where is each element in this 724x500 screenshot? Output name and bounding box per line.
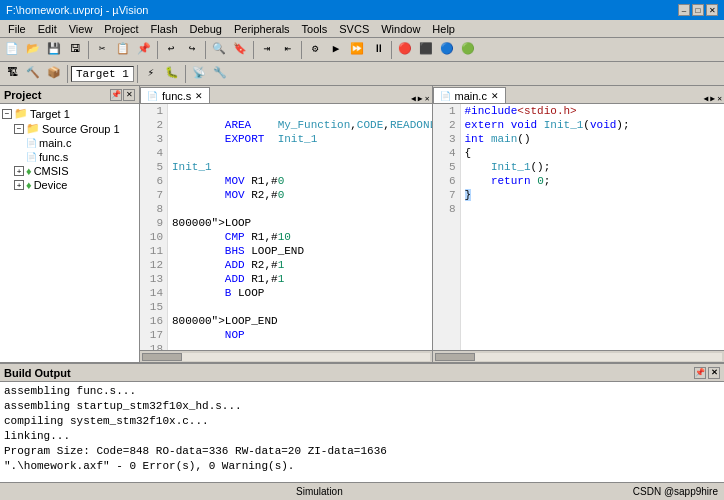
proj-btn3[interactable]: 📦 [44,65,64,83]
funcs-tab-label: func.s [162,90,191,102]
funcs-line-num-11: 11 [144,244,163,258]
close-button[interactable]: ✕ [706,4,718,16]
sep-2 [157,41,158,59]
proj-btn1[interactable]: 🏗 [2,65,22,83]
build-close-button[interactable]: ✕ [708,367,720,379]
search-button[interactable]: 🔍 [209,41,229,59]
panel-pin-button[interactable]: 📌 [110,89,122,101]
funcs-scroll-left[interactable]: ◀ [411,94,416,103]
sep-t2-3 [185,65,186,83]
debug-btn2[interactable]: ⬛ [416,41,436,59]
mainc-line-num-3: 3 [437,132,456,146]
maximize-button[interactable]: □ [692,4,704,16]
menu-item-help[interactable]: Help [426,22,461,36]
menu-item-tools[interactable]: Tools [296,22,334,36]
mainc-line-8 [465,202,721,216]
mainc-tab-close[interactable]: ✕ [491,91,499,101]
debug-btn3[interactable]: 🔵 [437,41,457,59]
tree-func-s[interactable]: 📄 func.s [26,150,137,164]
mainc-scroll-thumb[interactable] [435,353,475,361]
mainc-code-content[interactable]: #include<stdio.h>extern void Init_1(void… [461,104,725,350]
funcs-line-numbers: 1234567891011121314151617181920 [140,104,168,350]
menu-bar: FileEditViewProjectFlashDebugPeripherals… [0,20,724,38]
build-btn3[interactable]: ⏩ [347,41,367,59]
funcs-scroll-thumb[interactable] [142,353,182,361]
outdent-button[interactable]: ⇤ [278,41,298,59]
funcs-line-17: NOP [172,328,432,342]
menu-item-peripherals[interactable]: Peripherals [228,22,296,36]
funcs-scrollbar-h[interactable] [140,350,432,362]
cut-button[interactable]: ✂ [92,41,112,59]
expand-target-icon[interactable]: − [2,109,12,119]
menu-item-debug[interactable]: Debug [184,22,228,36]
build-btn4[interactable]: ⏸ [368,41,388,59]
build-btn1[interactable]: ⚙ [305,41,325,59]
indent-button[interactable]: ⇥ [257,41,277,59]
redo-button[interactable]: ↪ [182,41,202,59]
paste-button[interactable]: 📌 [134,41,154,59]
periph-btn[interactable]: 📡 [189,65,209,83]
new-file-button[interactable]: 📄 [2,41,22,59]
project-panel-title: Project [4,89,41,101]
expand-device-icon[interactable]: + [14,180,24,190]
mainc-line-6: return 0; [465,174,721,188]
funcs-tab-close[interactable]: ✕ [195,91,203,101]
funcs-line-14: B LOOP [172,286,432,300]
mainc-tab[interactable]: 📄 main.c ✕ [433,87,506,103]
menu-item-project[interactable]: Project [98,22,144,36]
mainc-scroll-left[interactable]: ◀ [704,94,709,103]
editor-area: 📄 func.s ✕ ◀ ▶ ✕ 12345678910111213141516… [140,86,724,362]
funcs-line-7: MOV R2,#0 [172,188,432,202]
funcs-scroll-track[interactable] [142,353,430,361]
funcs-code-editor[interactable]: 1234567891011121314151617181920 AREA My_… [140,104,432,350]
build-btn2[interactable]: ▶ [326,41,346,59]
tree-cmsis[interactable]: + ♦ CMSIS [14,164,137,178]
menu-item-flash[interactable]: Flash [145,22,184,36]
tree-source-group[interactable]: − 📁 Source Group 1 [14,121,137,136]
debug-btn4[interactable]: 🟢 [458,41,478,59]
funcs-line-3: EXPORT Init_1 [172,132,432,146]
tree-device[interactable]: + ♦ Device [14,178,137,192]
func-s-icon: 📄 [26,152,37,162]
tree-main-c[interactable]: 📄 main.c [26,136,137,150]
debug-btn1[interactable]: 🔴 [395,41,415,59]
tree-source-group-container: − 📁 Source Group 1 📄 main.c 📄 func.s [14,121,137,164]
minimize-button[interactable]: – [678,4,690,16]
panel-close-button[interactable]: ✕ [123,89,135,101]
tree-target[interactable]: − 📁 Target 1 [2,106,137,121]
undo-button[interactable]: ↩ [161,41,181,59]
copy-button[interactable]: 📋 [113,41,133,59]
bookmark-button[interactable]: 🔖 [230,41,250,59]
funcs-line-2: AREA My_Function,CODE,READONLY [172,118,432,132]
save-button[interactable]: 💾 [44,41,64,59]
mainc-scroll-track[interactable] [435,353,723,361]
proj-btn2[interactable]: 🔨 [23,65,43,83]
menu-item-edit[interactable]: Edit [32,22,63,36]
sep-t2-2 [137,65,138,83]
build-pin-button[interactable]: 📌 [694,367,706,379]
mainc-code-editor[interactable]: 12345678 #include<stdio.h>extern void In… [433,104,725,350]
target-dropdown[interactable]: Target 1 [71,66,134,82]
expand-source-icon[interactable]: − [14,124,24,134]
funcs-scroll-right[interactable]: ▶ [418,94,423,103]
menu-item-window[interactable]: Window [375,22,426,36]
logic-btn[interactable]: 🔧 [210,65,230,83]
tree-main-c-container: 📄 main.c [26,136,137,150]
open-button[interactable]: 📂 [23,41,43,59]
mainc-scroll-right[interactable]: ▶ [710,94,715,103]
expand-cmsis-icon[interactable]: + [14,166,24,176]
funcs-code-content[interactable]: AREA My_Function,CODE,READONLY EXPORT In… [168,104,432,350]
menu-item-svcs[interactable]: SVCS [333,22,375,36]
mainc-scrollbar-h[interactable] [433,350,725,362]
status-bar: Simulation CSDN @sapp9hire [0,482,724,500]
build-line-0: assembling func.s... [4,384,720,399]
funcs-tab[interactable]: 📄 func.s ✕ [140,87,210,103]
menu-item-file[interactable]: File [2,22,32,36]
mainc-close-all[interactable]: ✕ [717,94,722,103]
save-all-button[interactable]: 🖫 [65,41,85,59]
funcs-line-num-15: 15 [144,300,163,314]
menu-item-view[interactable]: View [63,22,99,36]
funcs-close-all[interactable]: ✕ [425,94,430,103]
debug-start-btn[interactable]: 🐛 [162,65,182,83]
flash-btn[interactable]: ⚡ [141,65,161,83]
